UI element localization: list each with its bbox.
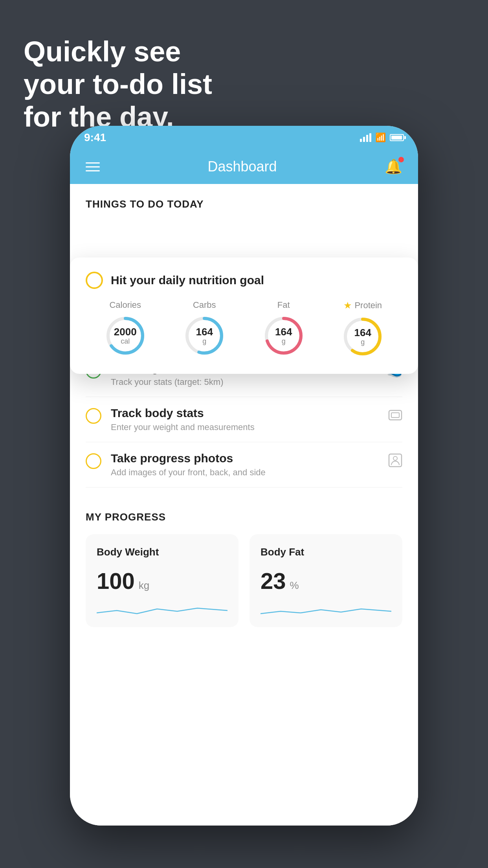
body-weight-value: 100 <box>97 568 135 594</box>
things-to-do-header: THINGS TO DO TODAY <box>70 184 418 218</box>
nutrition-check-circle <box>86 272 103 289</box>
notification-dot <box>398 157 404 162</box>
body-fat-card-title: Body Fat <box>261 546 391 558</box>
fat-label: Fat <box>277 300 290 310</box>
nav-title: Dashboard <box>207 158 277 175</box>
progress-cards: Body Weight 100 kg Body Fat 23 % <box>86 534 402 627</box>
carbs-item: Carbs 164 g <box>183 300 226 357</box>
body-fat-value: 23 <box>261 568 286 594</box>
carbs-ring: 164 g <box>183 314 226 357</box>
signal-icon <box>360 133 371 142</box>
protein-value: 164 <box>354 327 371 338</box>
todo-circle-photos <box>86 453 101 469</box>
calories-value: 2000 <box>114 326 137 338</box>
svg-point-11 <box>393 456 397 460</box>
nav-bar: Dashboard 🔔 <box>70 149 418 184</box>
headline: Quickly see your to-do list for the day. <box>24 35 212 133</box>
carbs-label: Carbs <box>193 300 216 310</box>
nutrition-card[interactable]: Hit your daily nutrition goal Calories <box>70 257 418 374</box>
fat-value: 164 <box>275 326 292 338</box>
calories-ring: 2000 cal <box>104 314 147 357</box>
status-bar: 9:41 📶 <box>70 126 418 149</box>
progress-section: MY PROGRESS Body Weight 100 kg Body Fat <box>70 511 418 651</box>
wifi-icon: 📶 <box>375 132 386 143</box>
fat-unit: g <box>275 337 292 345</box>
todo-circle-body-stats <box>86 408 101 424</box>
status-icons: 📶 <box>360 132 404 143</box>
calories-item: Calories 2000 cal <box>104 300 147 357</box>
body-fat-chart <box>261 602 391 618</box>
todo-text-body-stats: Track body stats Enter your weight and m… <box>111 406 379 432</box>
todo-name-body-stats: Track body stats <box>111 406 379 420</box>
body-fat-value-row: 23 % <box>261 568 391 594</box>
phone-mockup: 9:41 📶 Dashboard 🔔 THINGS TO DO TODAY <box>70 126 418 826</box>
menu-button[interactable] <box>86 162 100 171</box>
calories-unit: cal <box>114 337 137 345</box>
todo-item-body-stats[interactable]: Track body stats Enter your weight and m… <box>86 397 402 442</box>
body-weight-card[interactable]: Body Weight 100 kg <box>86 534 238 627</box>
battery-icon <box>390 134 404 141</box>
body-fat-card[interactable]: Body Fat 23 % <box>250 534 402 627</box>
todo-item-photos[interactable]: Take progress photos Add images of your … <box>86 442 402 487</box>
status-time: 9:41 <box>84 131 106 144</box>
star-icon: ★ <box>343 300 352 311</box>
body-fat-unit: % <box>290 579 299 592</box>
protein-unit: g <box>354 338 371 346</box>
scale-icon <box>388 408 402 425</box>
todo-name-photos: Take progress photos <box>111 452 379 465</box>
svg-rect-9 <box>391 413 399 417</box>
progress-title: MY PROGRESS <box>86 511 402 523</box>
todo-text-photos: Take progress photos Add images of your … <box>111 452 379 478</box>
nutrition-circles: Calories 2000 cal <box>86 300 402 358</box>
main-content: THINGS TO DO TODAY Hit your daily nutrit… <box>70 184 418 826</box>
fat-item: Fat 164 g <box>262 300 305 357</box>
body-weight-unit: kg <box>139 579 149 592</box>
notification-bell-icon[interactable]: 🔔 <box>385 158 402 175</box>
svg-rect-8 <box>389 410 402 420</box>
protein-item: ★ Protein 164 g <box>341 300 384 358</box>
todo-sub-body-stats: Enter your weight and measurements <box>111 422 379 432</box>
calories-label: Calories <box>109 300 141 310</box>
nutrition-card-title: Hit your daily nutrition goal <box>111 274 264 287</box>
body-weight-chart <box>97 602 227 618</box>
protein-ring: 164 g <box>341 315 384 358</box>
carbs-unit: g <box>196 337 213 345</box>
fat-ring: 164 g <box>262 314 305 357</box>
protein-label: ★ Protein <box>343 300 382 311</box>
body-weight-card-title: Body Weight <box>97 546 227 558</box>
body-weight-value-row: 100 kg <box>97 568 227 594</box>
todo-sub-running: Track your stats (target: 5km) <box>111 377 377 387</box>
person-icon <box>388 453 402 471</box>
nutrition-card-header: Hit your daily nutrition goal <box>86 272 402 289</box>
todo-sub-photos: Add images of your front, back, and side <box>111 467 379 478</box>
carbs-value: 164 <box>196 326 213 338</box>
